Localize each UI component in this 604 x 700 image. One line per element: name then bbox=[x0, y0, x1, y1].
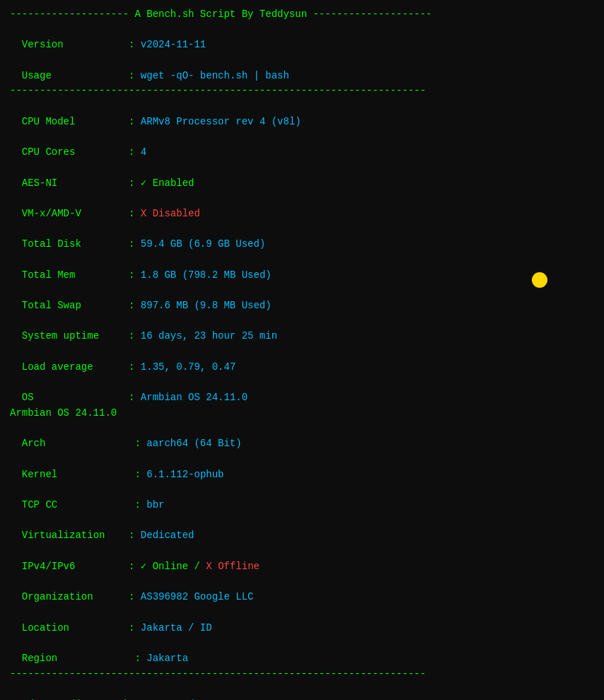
region-line: Region : Jakarta bbox=[10, 636, 594, 666]
ipv-line: IPv4/IPv6 : ✓ Online / X Offline bbox=[10, 544, 594, 574]
total-disk-line: Total Disk : 59.4 GB (6.9 GB Used) bbox=[10, 222, 594, 252]
vm-line: VM-x/AMD-V : X Disabled bbox=[10, 191, 594, 221]
location-line: Location : Jakarta / ID bbox=[10, 605, 594, 636]
org-value: AS396982 Google LLC bbox=[141, 591, 254, 602]
total-mem-line: Total Mem : 1.8 GB (798.2 MB Used) bbox=[10, 252, 594, 283]
os-line: OS : Armbian OS 24.11.0 bbox=[10, 375, 594, 406]
region-value: Jakarta bbox=[146, 653, 188, 664]
kernel-line: Kernel : 6.1.112-ophub bbox=[10, 452, 594, 482]
total-mem-value: 1.8 GB (798.2 MB Used) bbox=[141, 269, 272, 281]
ipv-offline: X Offline bbox=[206, 561, 260, 572]
load-line: Load average : 1.35, 0.79, 0.47 bbox=[10, 344, 594, 375]
org-line: Organization : AS396982 Google LLC bbox=[10, 574, 594, 605]
tcp-cc-label: TCP CC bbox=[22, 499, 57, 511]
region-label: Region bbox=[22, 653, 57, 664]
kernel-label: Kernel bbox=[22, 469, 57, 480]
uptime-label: System uptime bbox=[22, 330, 99, 342]
uptime-line: System uptime : 16 days, 23 hour 25 min bbox=[10, 314, 594, 344]
version-label: Version bbox=[22, 39, 64, 50]
location-value: Jakarta / ID bbox=[141, 622, 212, 634]
usage-line: Usage : wget -qO- bench.sh | bash bbox=[10, 53, 594, 83]
tcp-cc-value: bbr bbox=[146, 499, 164, 511]
arch-line: Arch : aarch64 (64 Bit) bbox=[10, 421, 594, 452]
version-value: v2024-11-11 bbox=[141, 39, 206, 50]
tcp-cc-line: TCP CC : bbr bbox=[10, 482, 594, 513]
ipv-label: IPv4/IPv6 bbox=[22, 561, 76, 572]
total-disk-label: Total Disk bbox=[22, 238, 81, 250]
arch-label: Arch bbox=[22, 438, 46, 449]
total-swap-label: Total Swap bbox=[22, 300, 81, 311]
cpu-model-line: CPU Model : ARMv8 Processor rev 4 (v8l) bbox=[10, 99, 594, 129]
ipv-online: ✓ Online bbox=[141, 561, 188, 572]
virt-label: Virtualization bbox=[22, 530, 105, 541]
total-swap-value: 897.6 MB (9.8 MB Used) bbox=[141, 300, 272, 311]
io-run1-line: I/O Speed(1st run) : 15.0 MB/s bbox=[10, 682, 594, 700]
aes-ni-value: ✓ Enabled bbox=[141, 177, 194, 189]
cpu-model-value: ARMv8 Processor rev 4 (v8l) bbox=[141, 116, 301, 127]
kernel-value: 6.1.112-ophub bbox=[146, 469, 223, 480]
aes-ni-line: AES-NI : ✓ Enabled bbox=[10, 161, 594, 191]
os-value: Armbian OS 24.11.0 bbox=[141, 392, 248, 403]
load-label: Load average bbox=[22, 361, 93, 373]
uptime-value: 16 days, 23 hour 25 min bbox=[141, 330, 277, 342]
vm-label: VM-x/AMD-V bbox=[22, 208, 81, 219]
virt-value: Dedicated bbox=[141, 530, 194, 541]
os-label: OS bbox=[22, 392, 34, 403]
virt-line: Virtualization : Dedicated bbox=[10, 513, 594, 544]
dot-indicator bbox=[532, 272, 547, 288]
location-label: Location bbox=[22, 622, 69, 634]
load-value: 1.35, 0.79, 0.47 bbox=[141, 361, 236, 373]
org-label: Organization bbox=[22, 591, 93, 602]
os-header: Armbian OS 24.11.0 bbox=[10, 406, 594, 421]
banner: -------------------- A Bench.sh Script B… bbox=[10, 7, 594, 23]
aes-ni-label: AES-NI bbox=[22, 177, 57, 189]
cpu-cores-label: CPU Cores bbox=[22, 146, 76, 158]
total-mem-label: Total Mem bbox=[22, 269, 76, 281]
version-line: Version : v2024-11-11 bbox=[10, 23, 594, 53]
total-swap-line: Total Swap : 897.6 MB (9.8 MB Used) bbox=[10, 283, 594, 313]
usage-label: Usage bbox=[22, 70, 52, 81]
separator-2: ----------------------------------------… bbox=[10, 667, 594, 682]
arch-value: aarch64 (64 Bit) bbox=[146, 438, 241, 449]
cpu-cores-value: 4 bbox=[141, 146, 146, 158]
total-disk-value: 59.4 GB (6.9 GB Used) bbox=[141, 238, 265, 250]
cpu-model-label: CPU Model bbox=[22, 116, 76, 127]
separator-1: ----------------------------------------… bbox=[10, 83, 594, 99]
usage-value: wget -qO- bench.sh | bash bbox=[141, 70, 289, 81]
vm-value: X Disabled bbox=[141, 208, 200, 219]
cpu-cores-line: CPU Cores : 4 bbox=[10, 130, 594, 161]
